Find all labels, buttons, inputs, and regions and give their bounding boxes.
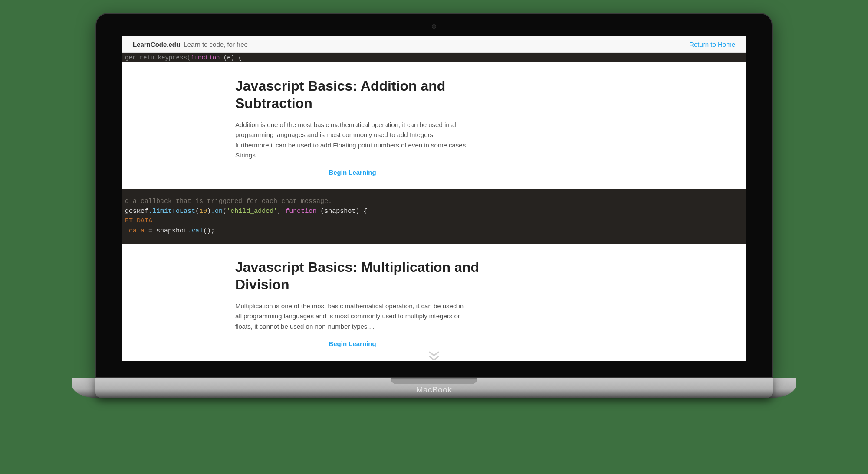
code-method: .on [211, 208, 223, 215]
lesson-title: Javascript Basics: Multiplication and Di… [235, 258, 504, 293]
code-number: 10 [199, 208, 207, 215]
device-label: MacBook [416, 385, 452, 395]
chevron-down-double-icon[interactable] [428, 351, 440, 361]
code-punc: ( [195, 208, 199, 215]
code-punc: = [145, 227, 156, 235]
code-method: .limitToLast [148, 208, 195, 215]
lesson-description: Multiplication is one of the most basic … [235, 301, 470, 331]
code-text: (e) { [220, 54, 241, 61]
code-background-strip-top: ger reiu.keypress(function (e) { [122, 53, 746, 62]
code-line: ET DATA [125, 216, 743, 226]
laptop-notch [391, 378, 477, 384]
code-line: d a callback that is triggered for each … [125, 197, 743, 207]
return-home-link[interactable]: Return to Home [689, 41, 735, 48]
code-background-block: d a callback that is triggered for each … [122, 189, 746, 244]
code-punc: ( [223, 208, 227, 215]
brand-tagline: Learn to code, for free [184, 41, 248, 48]
code-keyword: function [191, 54, 220, 61]
code-ident: snapshot [156, 227, 187, 235]
code-keyword: function [285, 208, 316, 215]
camera-icon [432, 24, 436, 29]
lesson-description: Addition is one of the most basic mathem… [235, 120, 470, 160]
code-method: .val [187, 227, 203, 235]
code-ident: (snapshot) { [316, 208, 367, 215]
code-punc: (); [203, 227, 215, 235]
begin-learning-link[interactable]: Begin Learning [235, 169, 470, 176]
code-ident: gesRef [125, 208, 148, 215]
code-comment: d a callback that is triggered for each … [125, 198, 332, 205]
code-annotation: ET DATA [125, 217, 152, 225]
code-punc: ) [207, 208, 211, 215]
brand-name: LearnCode.edu [133, 41, 180, 48]
code-text: ger reiu.keypress( [125, 54, 191, 61]
screen-viewport: LearnCode.edu Learn to code, for free Re… [122, 36, 746, 361]
laptop-device-frame: LearnCode.edu Learn to code, for free Re… [95, 13, 773, 398]
laptop-screen-bezel: LearnCode.edu Learn to code, for free Re… [95, 13, 773, 378]
laptop-base: MacBook [95, 378, 773, 398]
header-bar: LearnCode.edu Learn to code, for free Re… [122, 36, 746, 53]
code-var: data [125, 227, 145, 235]
code-line: data = snapshot.val(); [125, 226, 743, 236]
lesson-card-addition: Javascript Basics: Addition and Subtract… [122, 62, 746, 189]
lesson-card-multiplication: Javascript Basics: Multiplication and Di… [122, 244, 746, 361]
code-punc: , [277, 208, 285, 215]
code-string: 'child_added' [227, 208, 277, 215]
brand-wrap: LearnCode.edu Learn to code, for free [133, 41, 248, 48]
begin-learning-link[interactable]: Begin Learning [235, 340, 470, 347]
code-line: gesRef.limitToLast(10).on('child_added',… [125, 207, 743, 217]
lesson-title: Javascript Basics: Addition and Subtract… [235, 77, 504, 112]
